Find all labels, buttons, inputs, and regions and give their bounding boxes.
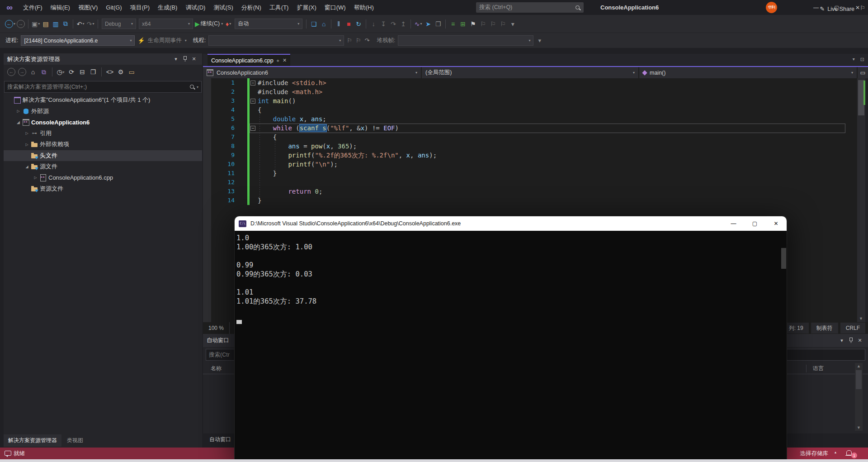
expand-arrow-icon[interactable]: ▷: [32, 176, 39, 180]
tabs-mode-indicator[interactable]: 制表符: [811, 323, 838, 333]
tree-item[interactable]: ◢ConsoleApplication6: [4, 117, 202, 128]
close-icon[interactable]: ✕: [855, 338, 864, 343]
console-titlebar[interactable]: C:\ D:\Microsoft Visual Studio\ConsoleAp…: [235, 216, 787, 231]
line-number: 6: [203, 124, 235, 133]
solution-explorer-search-input[interactable]: 搜索解决方案资源管理器(Ctrl+;) ▾: [4, 81, 202, 93]
console-line: 0.99: [236, 261, 787, 270]
navigate-backward-icon[interactable]: ←▾: [5, 18, 15, 30]
scroll-up-arrow-icon[interactable]: ▲: [857, 364, 861, 368]
lifecycle-events-label[interactable]: 生命周期事件: [148, 37, 182, 44]
tree-item[interactable]: 头文件: [4, 150, 202, 162]
tree-item[interactable]: ▷外部源: [4, 106, 202, 117]
sync-with-active-document-icon[interactable]: ⧉: [39, 66, 48, 78]
name-column-header: 名称: [211, 365, 222, 372]
code-line: 14}: [203, 196, 857, 205]
menu-item[interactable]: 编辑(E): [47, 0, 74, 15]
autos-vertical-scrollbar[interactable]: ▲ ▼: [855, 363, 863, 431]
document-tab[interactable]: ConsoleApplication6.cpp + ✕: [208, 54, 290, 66]
code-line: 9 printf("%.2f的365次方: %.2f\n", x, ans);: [203, 151, 857, 160]
tree-item[interactable]: ▷ConsoleApplication6.cpp: [4, 172, 202, 184]
autos-window-tab[interactable]: 自动窗口: [206, 433, 235, 446]
pin-icon[interactable]: [846, 338, 855, 344]
line-number: 11: [203, 169, 235, 178]
chevron-down-icon[interactable]: ▾: [837, 338, 846, 343]
filterfolder-icon: [30, 164, 38, 169]
toolbar-separator: [101, 67, 102, 76]
console-scrollbar-thumb[interactable]: [781, 248, 786, 269]
tree-item[interactable]: 资源文件: [4, 183, 202, 195]
search-icon: [189, 84, 195, 90]
tree-item-label: 引用: [40, 129, 52, 138]
nav-scope-dropdown[interactable]: (全局范围) ▾: [422, 67, 638, 78]
se-forward-icon[interactable]: →: [18, 66, 27, 78]
nav-member-dropdown[interactable]: main() ▾: [639, 67, 857, 78]
refresh-icon[interactable]: ⟳: [67, 66, 76, 78]
menu-item[interactable]: 生成(B): [154, 0, 181, 15]
menu-item[interactable]: 视图(V): [74, 0, 102, 15]
float-window-icon[interactable]: ⊡: [860, 57, 864, 62]
collapse-arrow-icon[interactable]: ◢: [24, 165, 30, 169]
redo-icon[interactable]: ↷▾: [86, 18, 95, 30]
chevron-down-icon[interactable]: ▾: [171, 56, 180, 62]
platform-dropdown[interactable]: x64▾: [139, 19, 193, 29]
open-file-icon[interactable]: ▤: [41, 18, 50, 30]
editor-vertical-scrollbar[interactable]: ▼: [857, 78, 865, 322]
solution-explorer-titlebar[interactable]: 解决方案资源管理器 ▾ ✕: [4, 53, 202, 65]
preview-selected-items-icon[interactable]: ▭: [127, 66, 136, 78]
nav-project-dropdown[interactable]: ConsoleApplication6 ▾: [203, 67, 421, 78]
sidebar-bottom-tab[interactable]: 解决方案资源管理器: [4, 434, 61, 447]
menu-item[interactable]: Git(G): [102, 0, 126, 15]
menu-item[interactable]: 文件(F): [19, 0, 47, 15]
tree-item[interactable]: ▷⊶引用: [4, 128, 202, 139]
scroll-down-arrow-icon[interactable]: ▼: [857, 425, 861, 430]
fold-marker-icon[interactable]: −: [250, 81, 255, 86]
se-back-icon[interactable]: ←: [7, 66, 16, 78]
sidebar-bottom-tab[interactable]: 类视图: [62, 434, 88, 447]
home-icon[interactable]: ⌂: [28, 66, 38, 78]
collapse-all-icon[interactable]: ⊟: [78, 66, 87, 78]
tab-list-chevron-icon[interactable]: ▾: [853, 57, 855, 62]
console-minimize-button[interactable]: —: [723, 216, 744, 231]
zoom-level-dropdown[interactable]: 100 %: [203, 322, 230, 334]
expand-arrow-icon[interactable]: ▷: [24, 143, 30, 147]
line-ending-indicator[interactable]: CRLF: [840, 323, 865, 333]
view-code-icon[interactable]: <>: [105, 66, 114, 78]
scroll-down-arrow-icon[interactable]: ▼: [859, 316, 863, 321]
console-output[interactable]: 1.01.00的365次方: 1.00 0.990.99的365次方: 0.03…: [235, 231, 787, 459]
change-mark: [863, 81, 865, 105]
navigate-forward-icon[interactable]: →: [16, 18, 25, 30]
fold-marker-icon[interactable]: −: [250, 99, 255, 104]
save-icon[interactable]: ▥: [51, 18, 60, 30]
code-line: 13 return 0;: [203, 187, 857, 196]
refs-icon: ⊶: [30, 130, 38, 136]
tree-item-label: 外部依赖项: [40, 140, 69, 148]
console-maximize-button[interactable]: ▢: [744, 216, 765, 231]
pending-changes-filter-icon[interactable]: ◷▾: [56, 66, 65, 78]
tree-item[interactable]: 解决方案"ConsoleApplication6"(1 个项目/共 1 个): [4, 95, 202, 106]
close-icon[interactable]: ✕: [283, 57, 287, 63]
close-icon[interactable]: ✕: [189, 56, 198, 62]
scrollbar-options-icon[interactable]: ▭: [858, 67, 868, 78]
expand-arrow-icon[interactable]: ▷: [15, 109, 22, 113]
pin-icon[interactable]: +: [277, 58, 279, 63]
show-all-files-icon[interactable]: ❐: [89, 66, 98, 78]
select-repository-button[interactable]: 选择存储库: [800, 450, 829, 457]
menu-item[interactable]: 项目(P): [126, 0, 154, 15]
tree-item[interactable]: ◢源文件: [4, 161, 202, 172]
process-dropdown[interactable]: [21448] ConsoleApplication6.e▾: [21, 35, 135, 46]
properties-icon[interactable]: ⚙: [116, 66, 125, 78]
pin-icon[interactable]: [180, 56, 189, 62]
tree-item[interactable]: ▷外部依赖项: [4, 139, 202, 150]
collapse-arrow-icon[interactable]: ◢: [15, 120, 22, 124]
scrollbar-thumb[interactable]: [856, 370, 862, 389]
save-all-icon[interactable]: ⧉: [61, 18, 70, 30]
configuration-dropdown[interactable]: Debug▾: [102, 19, 136, 29]
platform-dropdown-value: x64: [142, 21, 151, 27]
expand-arrow-icon[interactable]: ▷: [24, 131, 30, 135]
console-close-button[interactable]: ✕: [765, 216, 787, 231]
fold-marker-icon[interactable]: −: [250, 126, 255, 131]
code-line: 4{: [203, 105, 857, 114]
new-project-icon[interactable]: ▣▾: [31, 18, 40, 30]
undo-icon[interactable]: ↶▾: [76, 18, 85, 30]
code-line: 6− while (scanf_s("%lf", &x) != EOF): [203, 124, 857, 133]
